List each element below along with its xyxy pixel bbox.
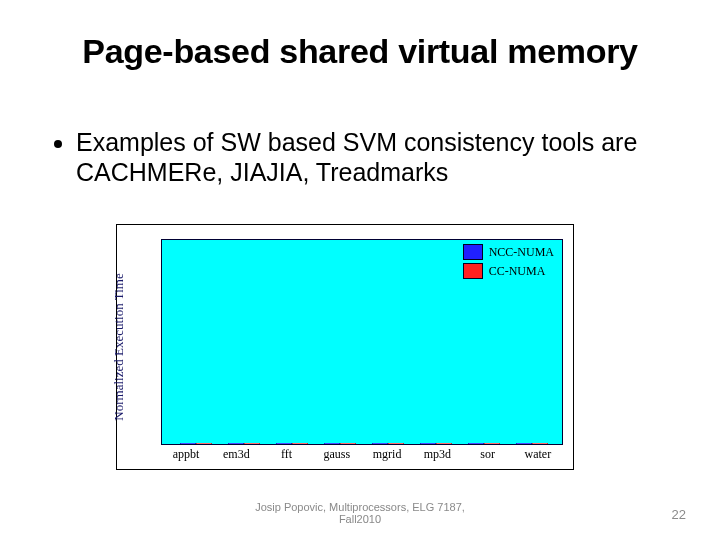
bar-group <box>412 443 460 444</box>
bar-group <box>508 443 556 444</box>
x-tick-label: gauss <box>312 447 362 465</box>
bar-group <box>172 443 220 444</box>
bar <box>228 443 244 444</box>
footer: Josip Popovic, Multiprocessors, ELG 7187… <box>0 501 720 526</box>
bar <box>532 443 548 444</box>
x-tick-label: em3d <box>211 447 261 465</box>
x-axis-labels: appbtem3dfftgaussmgridmp3dsorwater <box>161 447 563 465</box>
chart-frame: Normalized Execution Time NCC-NUMA CC-NU… <box>116 224 574 470</box>
bar <box>180 443 196 444</box>
bar <box>324 443 340 444</box>
bar-group <box>364 443 412 444</box>
bar-group <box>268 443 316 444</box>
y-axis-label: Normalized Execution Time <box>111 273 127 420</box>
page-number: 22 <box>672 507 686 522</box>
bar <box>420 443 436 444</box>
body-text: Examples of SW based SVM consistency too… <box>50 128 670 187</box>
bullet-item: Examples of SW based SVM consistency too… <box>76 128 670 187</box>
footer-line: Fall2010 <box>0 513 720 526</box>
bar <box>436 443 452 444</box>
bar <box>340 443 356 444</box>
bar <box>372 443 388 444</box>
bar-group <box>220 443 268 444</box>
footer-line: Josip Popovic, Multiprocessors, ELG 7187… <box>0 501 720 514</box>
bar <box>468 443 484 444</box>
bar <box>388 443 404 444</box>
bar <box>516 443 532 444</box>
plot-area: NCC-NUMA CC-NUMA <box>161 239 563 445</box>
bar <box>276 443 292 444</box>
slide: Page-based shared virtual memory Example… <box>0 0 720 540</box>
x-tick-label: appbt <box>161 447 211 465</box>
x-tick-label: mp3d <box>412 447 462 465</box>
bars-container <box>162 240 562 444</box>
chart: Normalized Execution Time NCC-NUMA CC-NU… <box>116 224 574 470</box>
bar-group <box>460 443 508 444</box>
bar <box>196 443 212 444</box>
x-tick-label: fft <box>262 447 312 465</box>
bar <box>244 443 260 444</box>
x-tick-label: mgrid <box>362 447 412 465</box>
bar <box>292 443 308 444</box>
bar-group <box>316 443 364 444</box>
x-tick-label: sor <box>463 447 513 465</box>
bar <box>484 443 500 444</box>
x-tick-label: water <box>513 447 563 465</box>
slide-title: Page-based shared virtual memory <box>0 32 720 71</box>
